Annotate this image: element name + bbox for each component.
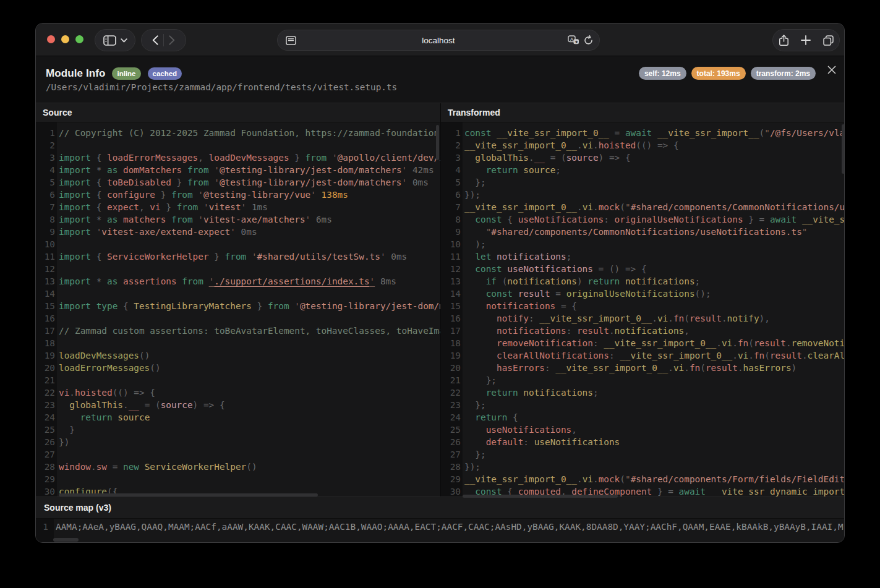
line-number: 20 bbox=[441, 362, 461, 374]
line-number: 18 bbox=[441, 337, 461, 349]
line-number: 15 bbox=[441, 300, 461, 312]
line-number: 26 bbox=[36, 436, 55, 448]
timing-badge: self: 12ms bbox=[639, 67, 686, 80]
line-number: 29 bbox=[36, 473, 55, 485]
sidebar-toggle-button[interactable] bbox=[95, 29, 135, 51]
line-number: 13 bbox=[36, 275, 55, 288]
line-number: 17 bbox=[36, 325, 55, 337]
line-number: 1 bbox=[441, 127, 461, 139]
sidebar-icon bbox=[103, 35, 116, 46]
new-tab-icon[interactable] bbox=[801, 35, 811, 45]
source-vertical-scrollbar[interactable] bbox=[436, 125, 439, 160]
line-number: 26 bbox=[441, 436, 461, 448]
code-line: 16 notify: __vite_ssr_import_0__.vi.fn(r… bbox=[441, 312, 844, 325]
code-line: 12 const useNotifications = () => { bbox=[441, 263, 844, 275]
reload-icon[interactable] bbox=[584, 35, 593, 45]
source-panel-title: Source bbox=[36, 103, 440, 122]
code-line: 25 useNotifications, bbox=[441, 424, 844, 436]
url-text: localhost bbox=[278, 30, 599, 50]
line-number: 17 bbox=[441, 325, 461, 337]
page-title: Module Info bbox=[46, 67, 105, 80]
code-line: 2 bbox=[36, 139, 440, 151]
line-number: 29 bbox=[441, 473, 461, 485]
transformed-panel: Transformed 1const __vite_ssr_import_0__… bbox=[441, 103, 844, 496]
line-number: 8 bbox=[36, 213, 55, 226]
nav-divider bbox=[163, 34, 164, 46]
module-link[interactable]: ' bbox=[209, 276, 215, 286]
code-line: 15import type { TestingLibraryMatchers }… bbox=[36, 300, 440, 312]
line-number: 22 bbox=[441, 386, 461, 399]
line-number: 24 bbox=[36, 411, 55, 424]
line-number: 6 bbox=[441, 189, 461, 201]
transformed-panel-title: Transformed bbox=[441, 103, 844, 122]
transformed-horizontal-scrollbar[interactable] bbox=[463, 495, 618, 498]
translate-icon[interactable]: A ★ bbox=[568, 35, 579, 45]
code-line: 14 bbox=[36, 288, 440, 300]
line-number: 4 bbox=[36, 164, 55, 176]
code-line: 11 let notifications; bbox=[441, 250, 844, 263]
line-number: 27 bbox=[36, 448, 55, 461]
line-number: 1 bbox=[36, 127, 55, 139]
timing-badges: self: 12mstotal: 193mstransform: 2ms bbox=[634, 67, 816, 80]
sourcemap-body[interactable]: 1 AAMA;AAeA,yBAAG,QAAQ,MAAM;AACf,aAAW,KA… bbox=[36, 519, 844, 543]
line-number: 7 bbox=[441, 201, 461, 213]
code-line: 24 return source bbox=[36, 411, 440, 424]
code-line: 25 } bbox=[36, 424, 440, 436]
line-number: 21 bbox=[36, 374, 55, 386]
line-number: 14 bbox=[441, 288, 461, 300]
code-line: 18 removeNotification: __vite_ssr_import… bbox=[441, 337, 844, 349]
code-line: 19loadDevMessages() bbox=[36, 349, 440, 362]
code-line: 19 clearAllNotifications: __vite_ssr_imp… bbox=[441, 349, 844, 362]
share-icon[interactable] bbox=[779, 35, 788, 46]
code-line: 13 if (notifications) return notificatio… bbox=[441, 275, 844, 288]
code-line: 26}) bbox=[36, 436, 440, 448]
code-line: 17// Zammad custom assertions: toBeAvata… bbox=[36, 325, 440, 337]
code-line: 23 globalThis.__ = (source) => { bbox=[36, 399, 440, 411]
code-line: 28window.sw = new ServiceWorkerHelper() bbox=[36, 461, 440, 473]
code-line: 20 hasErrors: __vite_ssr_import_0__.vi.f… bbox=[441, 362, 844, 374]
code-line: 29__vite_ssr_import_0__.vi.mock("#shared… bbox=[441, 473, 844, 485]
minimize-window-button[interactable] bbox=[61, 35, 69, 43]
code-line: 28}); bbox=[441, 461, 844, 473]
line-number: 19 bbox=[36, 349, 55, 362]
close-window-button[interactable] bbox=[47, 35, 55, 43]
line-number: 11 bbox=[36, 250, 55, 263]
line-number: 18 bbox=[36, 337, 55, 349]
transformed-vertical-scrollbar[interactable] bbox=[842, 124, 845, 174]
code-line: 1// Copyright (C) 2012-2025 Zammad Found… bbox=[36, 127, 440, 139]
code-line: 5import { toBeDisabled } from '@testing-… bbox=[36, 176, 440, 189]
line-number: 20 bbox=[36, 362, 55, 374]
forward-icon[interactable] bbox=[169, 35, 175, 45]
code-line: 18 bbox=[36, 337, 440, 349]
code-line: 15 notifications = { bbox=[441, 300, 844, 312]
code-line: 23 }; bbox=[441, 399, 844, 411]
code-line: 22 return notifications; bbox=[441, 386, 844, 399]
module-link[interactable]: ./support/assertions/index.ts bbox=[214, 276, 369, 286]
code-line: 10 ); bbox=[441, 238, 844, 250]
back-icon[interactable] bbox=[152, 35, 158, 45]
code-line: 8 const { useNotifications: originalUseN… bbox=[441, 213, 844, 226]
address-bar[interactable]: localhost A ★ bbox=[277, 30, 600, 51]
line-number: 7 bbox=[36, 201, 55, 213]
code-line: 20loadErrorMessages() bbox=[36, 362, 440, 374]
code-line: 9import 'vitest-axe/extend-expect' 0ms bbox=[36, 226, 440, 238]
line-number: 13 bbox=[441, 275, 461, 288]
line-number: 5 bbox=[441, 176, 461, 189]
source-code[interactable]: 1// Copyright (C) 2012-2025 Zammad Found… bbox=[36, 122, 440, 496]
code-line: 2__vite_ssr_import_0__.vi.hoisted(() => … bbox=[441, 139, 844, 151]
code-line: 9 "#shared/components/CommonNotification… bbox=[441, 226, 844, 238]
sourcemap-horizontal-scrollbar[interactable] bbox=[53, 538, 79, 542]
code-line: 6}); bbox=[441, 189, 844, 201]
chevron-down-icon bbox=[121, 38, 127, 43]
line-number: 24 bbox=[441, 411, 461, 424]
source-horizontal-scrollbar[interactable] bbox=[59, 493, 318, 496]
line-number: 3 bbox=[36, 151, 55, 164]
tab-overview-icon[interactable] bbox=[823, 35, 834, 46]
toolbar-actions bbox=[772, 29, 840, 51]
module-link[interactable]: ' bbox=[370, 276, 375, 286]
traffic-lights bbox=[47, 35, 83, 43]
close-icon[interactable] bbox=[827, 66, 836, 74]
transformed-code[interactable]: 1const __vite_ssr_import_0__ = await __v… bbox=[441, 122, 844, 496]
zoom-window-button[interactable] bbox=[75, 35, 83, 43]
code-line: 21 }; bbox=[441, 374, 844, 386]
